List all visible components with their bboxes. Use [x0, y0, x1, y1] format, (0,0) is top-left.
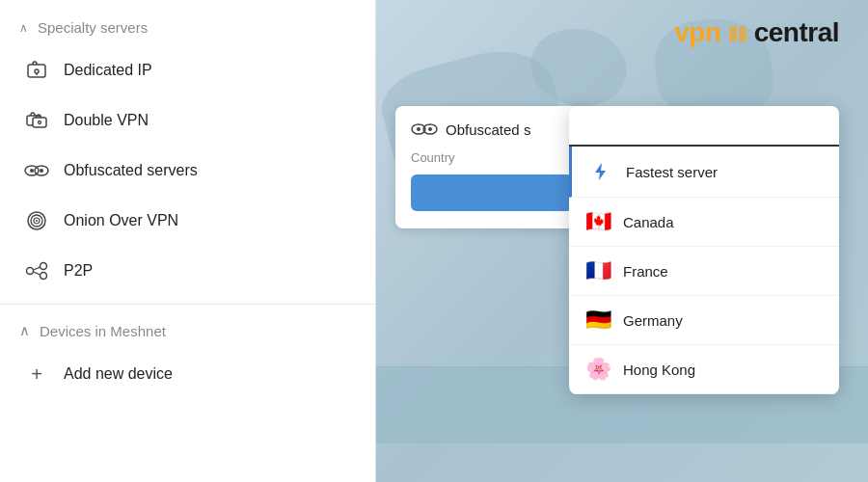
sidebar: ∧ Specialty servers Dedicated IP Double	[0, 0, 376, 482]
dropdown-item-hongkong[interactable]: 🌸 Hong Kong	[569, 345, 839, 394]
france-flag-icon: 🇫🇷	[584, 258, 611, 283]
add-device-label: Add new device	[64, 365, 173, 383]
svg-line-17	[34, 272, 41, 275]
dropdown-item-canada[interactable]: 🇨🇦 Canada	[569, 198, 839, 247]
sidebar-item-dedicated-ip[interactable]: Dedicated IP	[0, 45, 375, 95]
vpn-central-logo: vpn ⦀⦀ central	[674, 17, 839, 48]
germany-flag-icon: 🇩🇪	[584, 308, 611, 333]
obfuscated-card-icon	[411, 120, 438, 139]
obfuscated-connect-button[interactable]	[411, 174, 573, 211]
svg-rect-0	[28, 65, 45, 77]
canada-flag-icon: 🇨🇦	[584, 209, 611, 234]
p2p-icon	[23, 257, 50, 284]
dropdown-hongkong-label: Hong Kong	[623, 362, 695, 378]
svg-point-7	[30, 169, 34, 173]
sidebar-obfuscated-label: Obfuscated servers	[64, 162, 198, 179]
sidebar-item-onion-vpn[interactable]: Onion Over VPN	[0, 196, 375, 246]
dropdown-item-france[interactable]: 🇫🇷 France	[569, 247, 839, 296]
dedicated-ip-icon	[23, 57, 50, 84]
lightning-icon	[587, 158, 614, 185]
svg-point-14	[41, 263, 47, 270]
sidebar-section-meshnet[interactable]: ∧ Devices in Meshnet	[0, 312, 375, 349]
dropdown-search-area	[569, 106, 839, 147]
svg-point-13	[27, 268, 34, 275]
sidebar-meshnet-label: Devices in Meshnet	[40, 323, 166, 339]
svg-point-15	[41, 273, 47, 280]
sidebar-item-p2p[interactable]: P2P	[0, 246, 375, 296]
sidebar-double-vpn-label: Double VPN	[64, 112, 149, 129]
plus-icon: +	[23, 361, 50, 388]
logo-signal-icon: ⦀⦀	[720, 22, 753, 46]
country-dropdown: Fastest server 🇨🇦 Canada 🇫🇷 France 🇩🇪 Ge…	[569, 106, 839, 394]
sidebar-onion-vpn-label: Onion Over VPN	[64, 212, 178, 229]
svg-point-8	[40, 169, 43, 173]
sidebar-item-obfuscated[interactable]: Obfuscated servers	[0, 146, 375, 196]
sidebar-section-specialty[interactable]: ∧ Specialty servers	[0, 10, 375, 45]
obfuscated-icon	[23, 157, 50, 184]
divider	[0, 304, 375, 305]
country-label: Country	[411, 150, 573, 165]
svg-rect-3	[33, 118, 46, 127]
svg-point-21	[428, 127, 432, 131]
dropdown-search-input[interactable]	[581, 118, 827, 133]
sidebar-p2p-label: P2P	[64, 262, 93, 280]
obfuscated-card: Obfuscated s Country	[395, 106, 588, 228]
hongkong-flag-icon: 🌸	[584, 357, 611, 382]
right-panel: vpn ⦀⦀ central Obfuscated s Country	[376, 0, 868, 482]
logo-central-text: central	[754, 17, 839, 47]
dropdown-item-germany[interactable]: 🇩🇪 Germany	[569, 296, 839, 345]
obfuscated-card-header: Obfuscated s	[411, 120, 573, 139]
dropdown-canada-label: Canada	[623, 214, 674, 230]
logo-vpn-text: vpn	[674, 17, 720, 47]
svg-point-1	[35, 69, 39, 73]
onion-icon	[23, 207, 50, 234]
add-device-item[interactable]: + Add new device	[0, 349, 375, 399]
svg-point-12	[36, 220, 38, 222]
dropdown-germany-label: Germany	[623, 312, 683, 329]
double-vpn-icon	[23, 107, 50, 134]
sidebar-dedicated-ip-label: Dedicated IP	[64, 62, 152, 79]
obfuscated-card-title: Obfuscated s	[446, 121, 530, 138]
svg-line-16	[34, 267, 41, 270]
svg-point-20	[417, 127, 420, 131]
chevron-meshnet-icon: ∧	[19, 322, 30, 339]
dropdown-france-label: France	[623, 263, 668, 280]
sidebar-item-double-vpn[interactable]: Double VPN	[0, 95, 375, 146]
dropdown-item-fastest[interactable]: Fastest server	[569, 147, 839, 198]
dropdown-fastest-label: Fastest server	[626, 164, 718, 180]
chevron-icon: ∧	[19, 21, 28, 35]
sidebar-specialty-label: Specialty servers	[38, 19, 148, 36]
